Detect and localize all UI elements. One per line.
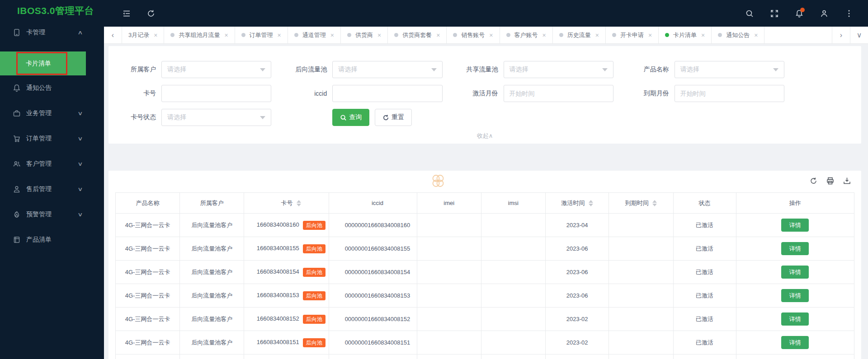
tab-order-management[interactable]: 订单管理 × <box>235 27 288 43</box>
field-label: 激活月份 <box>455 89 498 98</box>
iccid-input[interactable] <box>338 90 436 97</box>
chevron-down-icon <box>602 68 608 71</box>
close-icon[interactable]: × <box>377 32 381 39</box>
close-icon[interactable]: × <box>224 32 228 39</box>
app-logo: IBOS3.0管理平台 <box>0 0 104 22</box>
close-icon[interactable]: × <box>595 32 599 39</box>
chevron-up-icon: ∧ <box>489 132 493 139</box>
sidebar-item-label: 产品清单 <box>26 236 52 244</box>
more-menu-icon[interactable] <box>844 9 854 18</box>
detail-button[interactable]: 详情 <box>781 312 809 326</box>
collapse-sidebar-icon[interactable] <box>122 9 131 18</box>
col-expires[interactable]: 到期时间 <box>609 193 673 214</box>
tab-label: 订单管理 <box>250 31 273 39</box>
close-icon[interactable]: × <box>489 32 493 39</box>
field-label: 卡号状态 <box>113 113 156 121</box>
tab-dot <box>665 33 669 37</box>
collapse-filters-toggle[interactable]: 收起∧ <box>108 132 861 140</box>
close-icon[interactable]: × <box>330 32 334 39</box>
download-icon[interactable] <box>843 177 851 185</box>
filter-field-backward-pool: 后向流量池 请选择 <box>284 61 442 78</box>
tab-label: 销售账号 <box>461 31 485 39</box>
tabs-scroll-left-button[interactable]: ‹ <box>104 27 122 43</box>
field-label: 卡号 <box>113 89 156 98</box>
col-activated[interactable]: 激活时间 <box>545 193 609 214</box>
sidebar-item-orders[interactable]: 订单管理 ∨ <box>0 126 104 151</box>
sidebar-item-business[interactable]: 业务管理 ∨ <box>0 101 104 126</box>
tabs-scroll-right-button[interactable]: › <box>832 27 850 43</box>
sidebar-item-aftersales[interactable]: 售后管理 ∨ <box>0 177 104 202</box>
tab-supplier[interactable]: 供货商 × <box>341 27 388 43</box>
close-icon[interactable]: × <box>754 32 758 39</box>
field-label: 所属客户 <box>113 65 156 74</box>
close-icon[interactable]: × <box>154 32 157 39</box>
shared-pool-select[interactable]: 请选择 <box>504 61 613 78</box>
sidebar-item-customers[interactable]: 客户管理 ∨ <box>0 151 104 177</box>
refresh-table-icon[interactable] <box>810 177 817 185</box>
tab-sales-account[interactable]: 销售账号 × <box>447 27 500 43</box>
search-button[interactable]: 查询 <box>332 109 369 126</box>
expiry-month-input[interactable] <box>680 90 778 97</box>
tab-shared-pool-monthly[interactable]: 共享组池月流量 × <box>164 27 235 43</box>
sidebar-item-notices[interactable]: 通知公告 <box>0 75 104 101</box>
card-status-select[interactable]: 请选择 <box>161 109 271 126</box>
sidebar-item-label: 卡片清单 <box>26 60 51 68</box>
sidebar-item-card-management[interactable]: 卡管理 ∧ <box>0 22 104 43</box>
tab-month-record[interactable]: 3月记录 × <box>122 27 164 43</box>
detail-button[interactable]: 详情 <box>781 219 809 232</box>
sidebar-item-products[interactable]: 产品清单 <box>0 227 104 252</box>
close-icon[interactable]: × <box>436 32 440 39</box>
fullscreen-icon[interactable] <box>770 9 779 18</box>
sidebar-item-card-list[interactable]: 卡片清单 <box>0 51 86 75</box>
activation-month-input-wrap <box>504 85 613 102</box>
activation-month-input[interactable] <box>509 90 608 97</box>
tab-notices[interactable]: 通知公告 × <box>712 27 764 43</box>
tab-dot <box>506 33 510 37</box>
card-number: 1660834008153 <box>257 292 299 298</box>
table-toolbar <box>115 171 854 192</box>
reset-button[interactable]: 重置 <box>375 109 412 126</box>
close-icon[interactable]: × <box>648 32 652 39</box>
tab-label: 历史流量 <box>567 31 591 39</box>
tab-supplier-package[interactable]: 供货商套餐 × <box>388 27 447 43</box>
col-product: 产品名称 <box>116 193 180 214</box>
detail-button[interactable]: 详情 <box>781 266 809 279</box>
tab-history-traffic[interactable]: 历史流量 × <box>553 27 606 43</box>
card-number: 1660834008160 <box>257 221 299 228</box>
tab-customer-account[interactable]: 客户账号 × <box>500 27 553 43</box>
bell-icon <box>13 84 21 92</box>
close-icon[interactable]: × <box>542 32 546 39</box>
sidebar-item-label: 订单管理 <box>26 135 52 143</box>
filter-field-customer: 所属客户 请选择 <box>113 61 271 78</box>
backward-pool-select[interactable]: 请选择 <box>332 61 442 78</box>
loading-spinner-icon <box>431 174 445 188</box>
detail-button[interactable]: 详情 <box>781 336 809 349</box>
filter-field-activation-month: 激活月份 <box>455 85 613 102</box>
tab-label: 客户账号 <box>514 31 538 39</box>
chevron-down-icon: ∨ <box>77 110 83 117</box>
close-icon[interactable]: × <box>278 32 281 39</box>
filter-field-shared-pool: 共享流量池 请选择 <box>455 61 613 78</box>
product-name-select[interactable]: 请选择 <box>675 61 784 78</box>
col-actions: 操作 <box>736 193 854 214</box>
tab-card-application[interactable]: 开卡申请 × <box>606 27 659 43</box>
tabs-menu-button[interactable]: ∨ <box>850 27 868 43</box>
sort-icon <box>297 200 301 206</box>
notifications-bell-icon[interactable] <box>795 9 804 18</box>
refresh-page-icon[interactable] <box>146 9 156 18</box>
print-icon[interactable] <box>826 177 834 185</box>
tab-channel-management[interactable]: 通道管理 × <box>288 27 341 43</box>
card-no-input[interactable] <box>167 90 265 97</box>
sort-icon <box>589 200 593 206</box>
detail-button[interactable]: 详情 <box>781 242 809 255</box>
search-icon[interactable] <box>745 9 754 18</box>
user-avatar-icon[interactable] <box>820 9 829 18</box>
card-table: 产品名称 所属客户 卡号 iccid imei imsi 激活时间 <box>115 192 854 359</box>
customer-select[interactable]: 请选择 <box>161 61 271 78</box>
sidebar-item-warnings[interactable]: 预警管理 ∨ <box>0 202 104 227</box>
tab-card-list-active[interactable]: 卡片清单 × <box>659 27 712 43</box>
expiry-month-input-wrap <box>675 85 784 102</box>
detail-button[interactable]: 详情 <box>781 289 809 302</box>
close-icon[interactable]: × <box>701 32 705 39</box>
col-card-no[interactable]: 卡号 <box>244 193 329 214</box>
